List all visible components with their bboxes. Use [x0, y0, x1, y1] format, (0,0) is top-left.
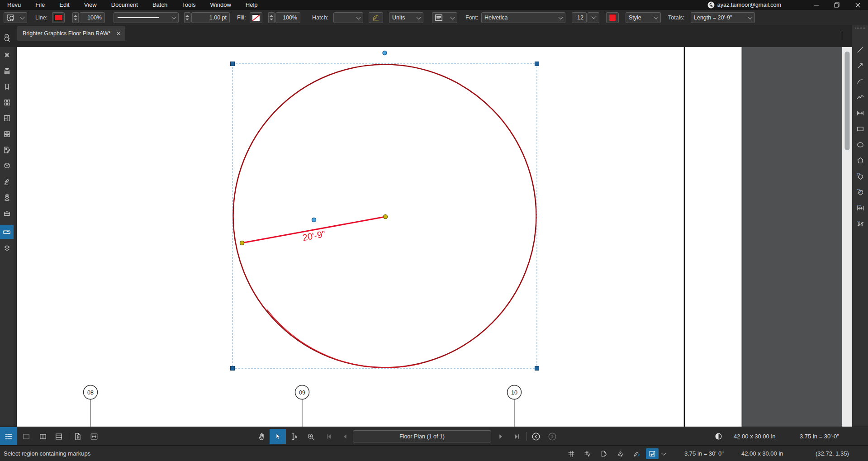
first-page-button[interactable]	[321, 429, 336, 444]
selection-handle-bottom-left[interactable]	[231, 366, 235, 371]
selection-handle-top-right[interactable]	[535, 62, 539, 66]
selection-rotation-handle[interactable]	[383, 51, 387, 55]
selection-handle-bottom-right[interactable]	[535, 366, 539, 371]
sidebar-item-sets[interactable]	[0, 127, 14, 141]
measurement-midpoint-handle[interactable]	[312, 218, 316, 222]
line-opacity-value[interactable]: 100%	[80, 12, 105, 23]
tool-length-measurement[interactable]	[852, 201, 868, 215]
hatch-dropdown[interactable]	[333, 12, 363, 23]
fill-opacity-value[interactable]: 100%	[275, 12, 300, 23]
tool-count-measurement[interactable]	[852, 217, 868, 231]
sidebar-item-search[interactable]	[0, 32, 14, 46]
menu-batch[interactable]: Batch	[145, 0, 175, 10]
selection-handle-top-left[interactable]	[231, 62, 235, 66]
line-width-value[interactable]: 1.00 pt	[191, 12, 230, 23]
reuse-dropdown[interactable]	[659, 448, 668, 459]
line-width-spinner[interactable]	[184, 12, 190, 23]
split-horizontal-button[interactable]	[52, 429, 66, 444]
snap-to-markup-toggle[interactable]	[615, 448, 626, 459]
toolbar-drag-handle[interactable]	[852, 23, 868, 33]
document-tab-title: Brighter Graphics Floor Plan RAW*	[23, 30, 111, 37]
sidebar-item-file-access[interactable]	[0, 64, 14, 77]
sidebar-item-properties[interactable]	[0, 48, 14, 62]
tool-perimeter-measurement[interactable]	[852, 170, 868, 183]
sidebar-item-tool-chest[interactable]	[0, 206, 14, 220]
measurement-endpoint-handle[interactable]	[240, 241, 244, 245]
previous-view-button[interactable]	[528, 429, 543, 444]
reuse-markup-toggle[interactable]	[646, 448, 659, 459]
pan-tool-button[interactable]	[254, 429, 269, 444]
select-tool-button[interactable]	[270, 429, 286, 444]
zoom-tool-button[interactable]	[303, 429, 318, 444]
select-text-button[interactable]	[287, 429, 302, 444]
menu-revu[interactable]: Revu	[0, 0, 28, 10]
fill-opacity-spinner[interactable]	[268, 12, 275, 23]
tool-arrow[interactable]	[852, 59, 868, 72]
fill-color-swatch[interactable]	[250, 12, 262, 23]
font-color-swatch[interactable]	[606, 12, 619, 23]
tool-area-measurement[interactable]	[852, 185, 868, 199]
tool-mode-dropdown[interactable]	[4, 12, 27, 23]
pdf-page[interactable]	[16, 47, 742, 427]
line-color-swatch[interactable]	[52, 12, 65, 23]
tab-close-icon[interactable]	[116, 31, 121, 36]
snap-hints-toggle[interactable]	[631, 448, 642, 459]
font-size-dropdown[interactable]	[588, 12, 599, 23]
sidebar-item-signatures[interactable]	[0, 175, 14, 188]
sidebar-item-markups-list[interactable]	[0, 143, 14, 157]
menu-document[interactable]: Document	[104, 0, 145, 10]
account-button[interactable]: ayaz.taimoor@gmail.com	[707, 1, 781, 9]
tool-polyline[interactable]	[852, 90, 868, 104]
sidebar-item-measurements[interactable]	[0, 225, 14, 239]
protractor-button[interactable]	[369, 12, 383, 23]
menu-edit[interactable]: Edit	[52, 0, 76, 10]
panel-menu-button[interactable]	[0, 427, 17, 446]
totals-dropdown[interactable]: Length = 20'-9"	[691, 12, 755, 23]
fit-page-button[interactable]	[71, 429, 85, 444]
snap-to-grid-toggle[interactable]	[582, 448, 593, 459]
page-navigation-field[interactable]: Floor Plan (1 of 1)	[353, 430, 491, 442]
menu-view[interactable]: View	[77, 0, 104, 10]
line-style-dropdown[interactable]	[114, 12, 179, 23]
restore-button[interactable]	[826, 0, 847, 10]
vertical-scrollbar-thumb[interactable]	[845, 52, 850, 150]
units-dropdown[interactable]: Units	[389, 12, 423, 23]
minimize-button[interactable]	[806, 0, 826, 10]
caption-alignment-dropdown[interactable]	[432, 12, 457, 23]
document-tab[interactable]: Brighter Graphics Floor Plan RAW*	[17, 26, 125, 41]
contrast-button[interactable]	[711, 429, 726, 444]
split-vertical-button[interactable]	[36, 429, 50, 444]
tab-list-dropdown[interactable]	[842, 32, 842, 40]
tool-arc[interactable]	[852, 75, 868, 88]
tool-polygon[interactable]	[852, 154, 868, 167]
tool-rectangle[interactable]	[852, 122, 868, 136]
menu-tools[interactable]: Tools	[175, 0, 203, 10]
sidebar-item-layers[interactable]	[0, 241, 14, 255]
grid-toggle[interactable]	[566, 448, 577, 459]
font-size-value[interactable]: 12	[572, 12, 587, 23]
measurement-endpoint-handle[interactable]	[384, 215, 388, 219]
sidebar-item-thumbnails[interactable]	[0, 95, 14, 109]
tool-line[interactable]	[852, 43, 868, 57]
menu-file[interactable]: File	[28, 0, 52, 10]
single-page-view-button[interactable]	[19, 429, 33, 444]
next-view-button[interactable]	[545, 429, 560, 444]
font-dropdown[interactable]: Helvetica	[481, 12, 565, 23]
document-canvas[interactable]: 20'-9" 08 09 10	[14, 47, 852, 427]
sidebar-item-bookmarks[interactable]	[0, 80, 14, 93]
menu-help[interactable]: Help	[238, 0, 265, 10]
fit-width-button[interactable]	[87, 429, 101, 444]
close-button[interactable]	[847, 0, 868, 10]
menu-window[interactable]: Window	[203, 0, 238, 10]
line-opacity-spinner[interactable]	[72, 12, 79, 23]
previous-page-button[interactable]	[337, 429, 352, 444]
sidebar-item-model-tree[interactable]	[0, 159, 14, 172]
sidebar-item-spaces[interactable]	[0, 111, 14, 125]
sidebar-item-places[interactable]	[0, 190, 14, 204]
last-page-button[interactable]	[509, 429, 524, 444]
next-page-button[interactable]	[493, 429, 508, 444]
tool-dimension[interactable]	[852, 106, 868, 120]
tool-ellipse[interactable]	[852, 138, 868, 152]
style-dropdown[interactable]: Style	[626, 12, 661, 23]
snap-to-content-toggle[interactable]	[598, 448, 609, 459]
